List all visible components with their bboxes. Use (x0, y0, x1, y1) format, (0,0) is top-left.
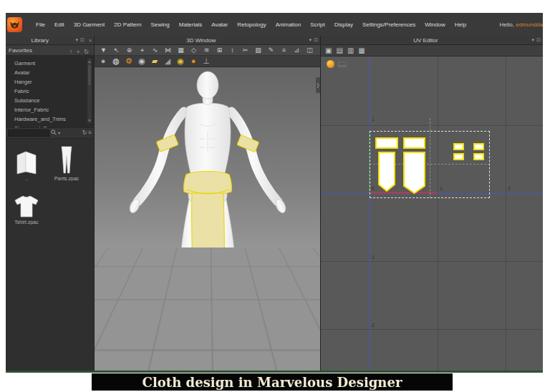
pattern-apron-right[interactable] (404, 152, 425, 193)
pattern-waistband-right[interactable] (404, 138, 425, 148)
wind-icon[interactable]: ≋ (201, 46, 213, 54)
align-icon[interactable]: ≡ (278, 46, 290, 54)
library-folder-item[interactable]: Hanger (14, 77, 94, 87)
arrangement-points-icon[interactable]: ⊞ (213, 46, 226, 54)
texture-view-icon[interactable]: ▥ (347, 46, 354, 54)
uv-pattern-pieces (321, 57, 543, 373)
menu-item[interactable]: Window (423, 20, 447, 29)
mirror-icon[interactable]: ◫ (304, 46, 316, 54)
library-item-label: Pants.zpac (54, 176, 79, 181)
library-item-folder-up[interactable]: .. (10, 144, 43, 181)
library-folder-item[interactable]: Garment (14, 59, 94, 68)
simulate-icon[interactable]: ▼ (97, 46, 110, 54)
pattern-armband[interactable] (474, 144, 483, 150)
menu-item[interactable]: Settings/Preferences (360, 20, 418, 29)
avatar-display-icon[interactable]: ◉ (175, 56, 186, 67)
fold-arrangement-icon[interactable]: ▦ (175, 46, 187, 54)
select-mesh-icon[interactable]: ⊕ (123, 46, 135, 54)
menu-item[interactable]: Animation (274, 20, 304, 29)
pattern-armband[interactable] (474, 154, 483, 160)
3d-display-toolbar: ●◍⚙◉▰◢◉●⊥ (95, 56, 320, 67)
segment-sewing-icon[interactable]: ⋈ (162, 46, 174, 54)
float-panel-icon[interactable]: ⊡ (78, 37, 87, 43)
show-pattern-outline-icon[interactable]: ▣ (325, 46, 332, 54)
scroll-down-icon[interactable]: ▼ (87, 117, 92, 123)
library-item-label: Tshirt.zpac (14, 220, 38, 225)
library-item-pants[interactable]: Pants.zpac (50, 144, 83, 181)
search-icon[interactable] (51, 129, 57, 137)
pattern-armband[interactable] (454, 144, 463, 150)
menu-item[interactable]: Avatar (209, 20, 230, 29)
menu-bar: File Edit 3D Garment 2D Pattern Sewing M… (6, 13, 543, 36)
search-options-chevron-icon[interactable]: ▾ (58, 129, 60, 137)
app-window: File Edit 3D Garment 2D Pattern Sewing M… (6, 13, 543, 373)
menu-item[interactable]: File (34, 20, 47, 29)
sync-pattern-icon[interactable]: ▤ (336, 46, 342, 54)
library-folder-item[interactable]: Substance (14, 96, 94, 105)
uv-canvas[interactable]: 1 0 1 2 -1 -2 (321, 57, 543, 373)
scroll-up-icon[interactable]: ▲ (87, 59, 92, 64)
3d-window-panel: 3D Window ▾ ⊡ ▼↖⊕⌖∿⋈▦◇≋⊞↕✂▧✎≡⊿◫ ●◍⚙◉▰◢◉●… (95, 36, 321, 373)
account-greeting[interactable]: Hello, edmundda (500, 21, 544, 28)
wedge-icon[interactable]: ◢ (162, 56, 173, 67)
sewing-icon[interactable]: ∿ (149, 46, 161, 54)
float-panel-icon[interactable]: ⊡ (312, 37, 320, 43)
float-panel-icon[interactable]: ⊡ (534, 37, 543, 43)
favorites-folder-list: GarmentAvatarHangerFabricSubstanceInteri… (6, 56, 94, 127)
menu-item[interactable]: 2D Pattern (112, 20, 143, 29)
menu-item[interactable]: Materials (177, 20, 204, 29)
pattern-waistband-left[interactable] (376, 138, 397, 148)
library-folder-item[interactable]: Interior_Fabric (14, 105, 94, 114)
add-icon[interactable]: + (74, 49, 82, 55)
library-folder-item[interactable]: Avatar (14, 68, 94, 77)
scissors-icon[interactable]: ✂ (239, 46, 251, 54)
library-item-tshirt[interactable]: Tshirt.zpac (10, 188, 43, 225)
library-folder-item[interactable]: Stage_and_Props (14, 124, 94, 127)
menu-item[interactable]: 3D Garment (72, 20, 107, 29)
pattern-apron-left[interactable] (379, 152, 395, 191)
favorites-header: Favorites ↑+↻ (6, 45, 94, 56)
greeting-prefix: Hello, (500, 21, 514, 28)
uv-toolbar: ▣▤▥▦ (321, 45, 543, 57)
refresh-icon[interactable]: ↻ (82, 49, 91, 55)
menu-item[interactable]: Sewing (149, 20, 172, 29)
pen-icon[interactable]: ✎ (265, 46, 277, 54)
username[interactable]: edmundda (516, 21, 543, 28)
move-vertical-icon[interactable]: ↕ (226, 46, 238, 54)
search-input[interactable] (8, 129, 49, 137)
menu-item[interactable]: Script (308, 20, 327, 29)
folder-scrollbar[interactable]: ▲ ▼ (87, 58, 92, 124)
menu-item[interactable]: Display (332, 20, 355, 29)
pin-icon[interactable]: ⌖ (136, 46, 148, 54)
menu-item[interactable]: Help (453, 20, 468, 29)
select-move-icon[interactable]: ↖ (110, 46, 122, 54)
menu-item[interactable]: Edit (52, 20, 67, 29)
mesh-view-icon[interactable]: ▦ (358, 46, 365, 54)
flatten-icon[interactable]: ▧ (252, 46, 264, 54)
library-folder-item[interactable]: Hardware_and_Trims (14, 114, 94, 124)
simulation-sphere-icon[interactable]: ● (97, 56, 109, 67)
refresh-view-icon[interactable]: ↻ (82, 129, 87, 137)
show-garment-icon[interactable]: ◍ (110, 56, 122, 67)
fabric-swatch-icon[interactable]: ▰ (149, 56, 160, 67)
library-folder-item[interactable]: Fabric (14, 87, 94, 96)
waist-skirt (184, 172, 232, 196)
menu-item[interactable]: Retopology (235, 20, 268, 29)
import-icon[interactable]: ↑ (67, 49, 74, 55)
close-panel-icon[interactable]: × (87, 38, 94, 43)
globe-icon[interactable]: ● (188, 56, 199, 67)
show-avatar-icon[interactable]: ◉ (136, 56, 148, 67)
pattern-armband[interactable] (454, 154, 463, 160)
scrollbar-thumb[interactable] (88, 65, 91, 85)
armband-left (156, 134, 178, 152)
front-apron (192, 193, 225, 267)
avatar-3d[interactable] (95, 67, 320, 372)
simulation-settings-icon[interactable]: ⚙ (123, 56, 135, 67)
panel-collapse-handle[interactable]: ❭ (316, 77, 320, 93)
3d-viewport[interactable]: ❭ (95, 67, 320, 373)
platform-icon[interactable]: ⊥ (201, 56, 212, 67)
uv-editor-title: UV Editor (321, 37, 531, 44)
triangle-measure-icon[interactable]: ⊿ (291, 46, 303, 54)
garment-tool-icon[interactable]: ◇ (188, 46, 200, 54)
list-view-icon[interactable]: ≡ (88, 129, 92, 137)
